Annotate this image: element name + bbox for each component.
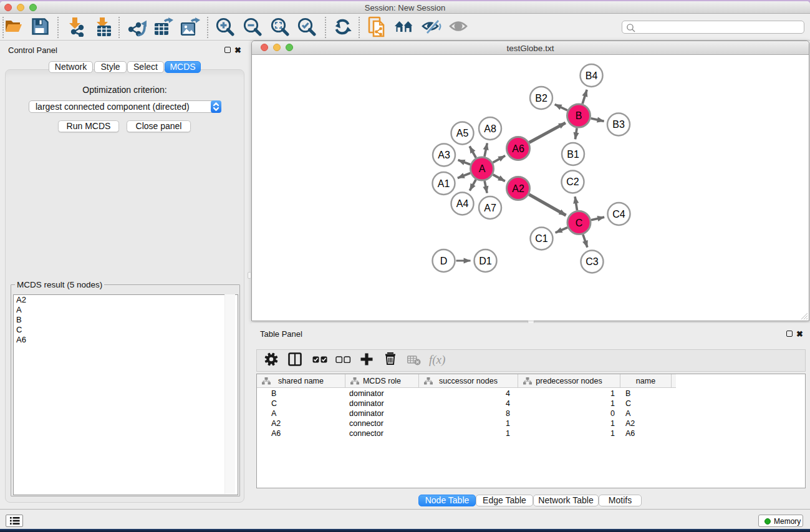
svg-text:B2: B2 <box>535 93 547 104</box>
svg-text:C4: C4 <box>612 209 625 220</box>
svg-text:C2: C2 <box>566 177 579 187</box>
svg-text:C1: C1 <box>535 233 548 244</box>
svg-text:C3: C3 <box>586 256 599 267</box>
svg-text:B3: B3 <box>612 119 625 130</box>
svg-text:A4: A4 <box>456 198 469 209</box>
svg-text:A8: A8 <box>484 123 496 134</box>
svg-text:A3: A3 <box>438 150 450 160</box>
svg-text:B: B <box>576 110 582 121</box>
svg-text:D: D <box>440 256 448 266</box>
svg-text:A7: A7 <box>484 203 496 213</box>
svg-text:A5: A5 <box>456 128 469 138</box>
svg-text:A: A <box>479 163 486 174</box>
svg-text:D1: D1 <box>479 256 492 266</box>
svg-text:C: C <box>576 218 583 228</box>
svg-text:B4: B4 <box>586 70 598 81</box>
svg-text:A1: A1 <box>438 178 450 189</box>
svg-text:A6: A6 <box>512 143 524 154</box>
svg-text:B1: B1 <box>567 149 579 160</box>
svg-text:A2: A2 <box>512 183 524 194</box>
